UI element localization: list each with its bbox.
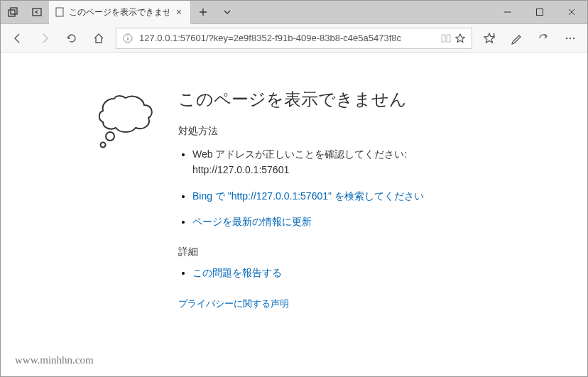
svg-point-10 <box>101 143 106 148</box>
suggestions-list: Web アドレスが正しいことを確認してください: http://127.0.0.… <box>178 146 448 230</box>
report-issue-link[interactable]: この問題を報告する <box>192 267 282 278</box>
watermark: www.minhhn.com <box>15 354 94 366</box>
titlebar-drag-area <box>239 1 491 23</box>
svg-rect-4 <box>536 9 543 16</box>
forward-button[interactable] <box>32 26 58 51</box>
error-title: このページを表示できません <box>178 88 448 111</box>
svg-rect-2 <box>33 9 41 16</box>
suggestion-item: ページを最新の情報に更新 <box>192 214 448 229</box>
cascade-windows-icon[interactable] <box>1 1 25 23</box>
page-icon <box>55 6 65 18</box>
details-label: 詳細 <box>178 246 448 258</box>
share-button[interactable] <box>530 26 556 51</box>
tab-title: このページを表示できません <box>69 6 168 18</box>
how-to-label: 対処方法 <box>178 125 448 138</box>
address-bar[interactable]: 127.0.0.1:57601/?key=2e9f8352-f91b-409e-… <box>116 28 472 49</box>
svg-rect-1 <box>11 8 17 14</box>
details-item: この問題を報告する <box>192 267 448 280</box>
titlebar-left: このページを表示できません × <box>1 1 239 23</box>
window-controls <box>491 1 587 23</box>
suggestion-item: Web アドレスが正しいことを確認してください: http://127.0.0.… <box>192 146 448 178</box>
more-button[interactable] <box>557 26 583 51</box>
svg-rect-3 <box>56 8 63 16</box>
refresh-link[interactable]: ページを最新の情報に更新 <box>192 216 312 227</box>
toolbar: 127.0.0.1:57601/?key=2e9f8352-f91b-409e-… <box>1 24 587 53</box>
error-page-content: このページを表示できません 対処方法 Web アドレスが正しいことを確認してくだ… <box>1 53 587 310</box>
svg-point-7 <box>570 37 571 38</box>
svg-point-8 <box>573 37 575 38</box>
reading-view-icon[interactable] <box>439 33 453 43</box>
back-button[interactable] <box>5 26 31 51</box>
new-tab-button[interactable] <box>191 1 215 23</box>
favorite-icon[interactable] <box>453 33 467 44</box>
suggestion-item: Bing で "http://127.0.0.1:57601" を検索してくださ… <box>192 188 448 204</box>
url-text[interactable]: 127.0.0.1:57601/?key=2e9f8352-f91b-409e-… <box>135 33 439 43</box>
favorites-hub-button[interactable] <box>477 26 502 51</box>
check-address-text: Web アドレスが正しいことを確認してください: http://127.0.0.… <box>192 148 407 175</box>
info-icon[interactable] <box>121 33 135 43</box>
svg-rect-0 <box>9 10 15 16</box>
details-list: この問題を報告する <box>178 267 448 280</box>
browser-tab[interactable]: このページを表示できません × <box>49 1 191 24</box>
thought-bubble-icon <box>93 88 164 152</box>
titlebar: このページを表示できません × <box>1 1 587 24</box>
privacy-link[interactable]: プライバシーに関する声明 <box>178 298 289 309</box>
svg-point-6 <box>566 37 567 38</box>
notes-button[interactable] <box>503 26 529 51</box>
home-button[interactable] <box>86 26 111 51</box>
maximize-button[interactable] <box>523 1 555 23</box>
tab-actions-button[interactable] <box>215 1 239 23</box>
error-body: このページを表示できません 対処方法 Web アドレスが正しいことを確認してくだ… <box>178 88 448 310</box>
set-aside-tabs-icon[interactable] <box>25 1 49 23</box>
minimize-button[interactable] <box>491 1 523 23</box>
svg-point-9 <box>106 132 114 141</box>
close-window-button[interactable] <box>555 1 587 23</box>
tab-close-button[interactable]: × <box>173 6 185 18</box>
bing-search-link[interactable]: Bing で "http://127.0.0.1:57601" を検索してくださ… <box>192 190 424 202</box>
refresh-button[interactable] <box>59 26 85 51</box>
